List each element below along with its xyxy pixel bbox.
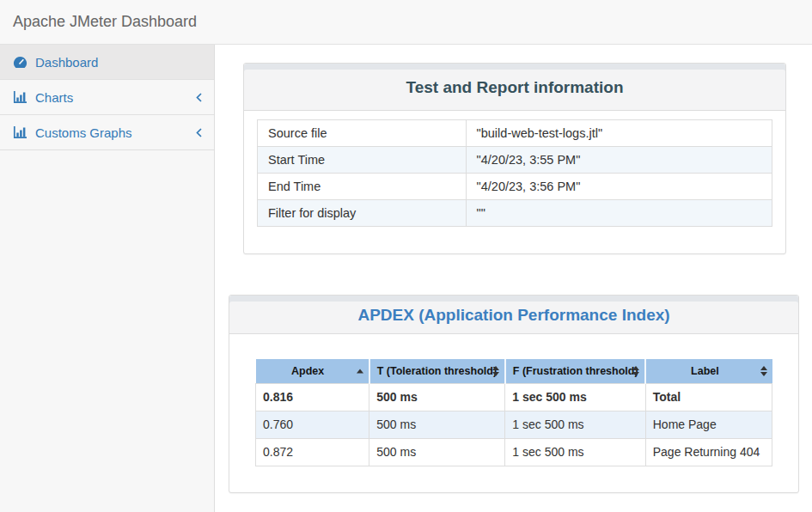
sidebar: Dashboard Charts Customs Graphs — [0, 45, 215, 512]
panel-body: Source file "build-web-test-logs.jtl" St… — [244, 111, 785, 253]
table-row: 0.872 500 ms 1 sec 500 ms Page Returning… — [256, 438, 772, 466]
sort-both-icon — [632, 366, 639, 376]
top-navbar: Apache JMeter Dashboard — [0, 0, 812, 45]
bar-chart-icon — [12, 126, 28, 139]
toleration-value: 500 ms — [369, 383, 505, 411]
sidebar-item-dashboard[interactable]: Dashboard — [0, 45, 214, 80]
panel-heading: APDEX (Application Performance Index) — [229, 296, 798, 334]
frustration-value: 1 sec 500 ms — [505, 438, 645, 466]
table-row: Start Time "4/20/23, 3:55 PM" — [258, 147, 772, 174]
tachometer-icon — [12, 56, 28, 69]
info-row-value: "build-web-test-logs.jtl" — [466, 120, 772, 147]
test-report-info-panel: Test and Report information Source file … — [243, 63, 786, 254]
info-row-value: "4/20/23, 3:55 PM" — [466, 147, 772, 174]
test-report-info-table: Source file "build-web-test-logs.jtl" St… — [257, 119, 772, 227]
info-row-label: Source file — [258, 120, 467, 147]
info-row-label: Filter for display — [258, 200, 467, 227]
sort-asc-icon — [357, 369, 363, 373]
sidebar-item-customs-graphs[interactable]: Customs Graphs — [0, 115, 214, 150]
panel-title: APDEX (Application Performance Index) — [242, 306, 785, 325]
app-title[interactable]: Apache JMeter Dashboard — [13, 13, 197, 31]
info-row-label: End Time — [258, 174, 467, 200]
panel-heading: Test and Report information — [244, 64, 785, 111]
apdex-value: 0.816 — [256, 383, 369, 411]
apdex-value: 0.760 — [256, 411, 369, 438]
table-row: Source file "build-web-test-logs.jtl" — [258, 120, 772, 147]
column-header-label[interactable]: Label — [645, 359, 772, 383]
table-row: Filter for display "" — [258, 200, 772, 227]
sidebar-item-label: Customs Graphs — [35, 125, 132, 140]
label-value: Page Returning 404 — [645, 438, 772, 466]
column-header-apdex[interactable]: Apdex — [256, 359, 369, 383]
apdex-table: Apdex T (Toleration threshold) F (Frustr… — [255, 359, 772, 466]
info-row-value: "" — [466, 200, 772, 227]
panel-body: Apdex T (Toleration threshold) F (Frustr… — [229, 334, 798, 492]
column-header-toleration[interactable]: T (Toleration threshold) — [369, 359, 505, 383]
table-header-row: Apdex T (Toleration threshold) F (Frustr… — [256, 359, 772, 383]
sort-both-icon — [760, 366, 767, 376]
sidebar-item-label: Dashboard — [35, 55, 98, 70]
chevron-left-icon[interactable] — [195, 127, 203, 138]
apdex-value: 0.872 — [256, 438, 369, 466]
main-content: Test and Report information Source file … — [215, 45, 812, 512]
table-row: End Time "4/20/23, 3:56 PM" — [258, 174, 772, 200]
frustration-value: 1 sec 500 ms — [505, 411, 645, 438]
apdex-panel: APDEX (Application Performance Index) Ap… — [229, 295, 799, 493]
sidebar-item-charts[interactable]: Charts — [0, 80, 214, 115]
sort-both-icon — [492, 366, 499, 376]
chevron-left-icon[interactable] — [195, 92, 203, 103]
sidebar-item-label: Charts — [35, 90, 73, 105]
frustration-value: 1 sec 500 ms — [505, 383, 645, 411]
info-row-value: "4/20/23, 3:56 PM" — [466, 174, 772, 200]
toleration-value: 500 ms — [369, 438, 505, 466]
table-row: 0.760 500 ms 1 sec 500 ms Home Page — [256, 411, 772, 438]
bar-chart-icon — [12, 91, 28, 104]
panel-title: Test and Report information — [257, 78, 772, 97]
column-header-frustration[interactable]: F (Frustration threshold) — [505, 359, 645, 383]
label-value: Home Page — [645, 411, 772, 438]
info-row-label: Start Time — [258, 147, 467, 174]
label-value: Total — [645, 383, 772, 411]
table-row: 0.816 500 ms 1 sec 500 ms Total — [256, 383, 772, 411]
toleration-value: 500 ms — [369, 411, 505, 438]
